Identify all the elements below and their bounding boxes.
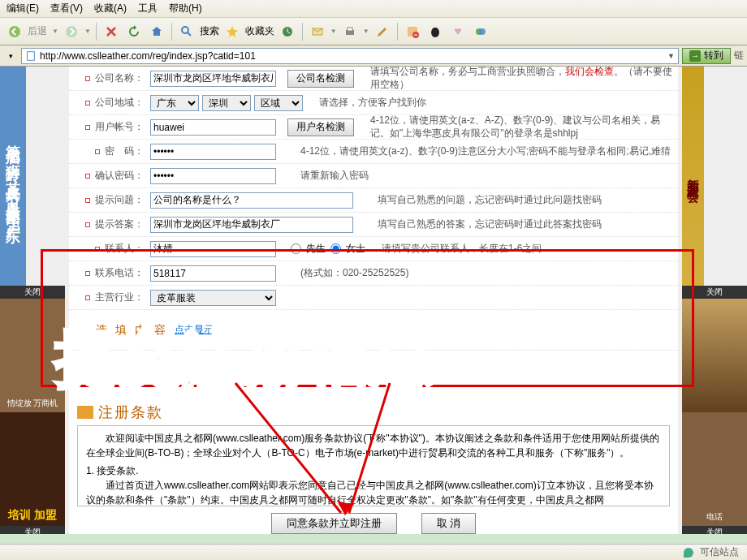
page-content: 第七届 （狮岭） 革皮具节 奥康集团 户广东 关闭 情绽放 万商机 培训 加盟 … — [0, 67, 747, 547]
label-account: 用户帐号： — [95, 121, 144, 132]
agree-register-button[interactable]: 同意条款并立即注册 — [271, 513, 397, 534]
check-company-button[interactable]: 公司名检测 — [287, 70, 354, 88]
label-industry: 主营行业： — [95, 291, 144, 303]
hint-password: 4-12位，请使用英文(a-z)、数字(0-9)注意区分大小写;密码不能与登录名… — [284, 145, 678, 158]
flower-button[interactable] — [448, 22, 468, 41]
edit-button[interactable] — [373, 22, 392, 41]
cancel-button[interactable]: 取 消 — [421, 513, 477, 534]
gender-female-radio[interactable] — [330, 243, 341, 254]
check-user-button[interactable]: 用户名检测 — [287, 118, 354, 136]
qq-button[interactable] — [425, 22, 445, 41]
menu-fav[interactable]: 收藏(A) — [94, 2, 127, 15]
city-select[interactable]: 深圳 — [202, 95, 251, 111]
hint-answer: 填写自己熟悉的答案，忘记密码时通过此答案找密码 — [361, 218, 678, 231]
address-bar: ▾ ▼ → 转到 链 — [0, 45, 747, 67]
search-icon[interactable] — [177, 22, 196, 41]
block-button[interactable] — [403, 22, 422, 41]
ad-left-img-1[interactable]: 情绽放 万商机 — [0, 299, 65, 412]
trusted-label: 可信站点 — [700, 545, 739, 559]
label-confirm: 确认密码： — [95, 170, 144, 181]
history-button[interactable] — [278, 22, 297, 41]
home-button[interactable] — [147, 22, 166, 41]
toolbar: 后退 ▼ ▼ 搜索 收藏夹 ▼ ▼ — [0, 18, 747, 45]
trusted-icon — [684, 548, 693, 558]
search-label[interactable]: 搜索 — [200, 24, 219, 38]
fav-label[interactable]: 收藏夹 — [245, 24, 274, 38]
url-input[interactable] — [40, 50, 664, 62]
msn-button[interactable] — [471, 22, 490, 41]
back-button[interactable] — [5, 22, 24, 41]
ad-right-banner[interactable]: 新闻发布会 — [682, 67, 704, 286]
district-select[interactable]: 区域 — [254, 95, 303, 111]
password-input[interactable] — [150, 144, 276, 160]
svg-point-2 — [182, 27, 188, 33]
svg-rect-16 — [28, 51, 35, 60]
page-icon — [25, 50, 37, 62]
label-answer: 提示答案： — [95, 218, 144, 230]
hint-account: 4-12位，请使用英文(a-z、A-Z)、数字(0-9)、建议与公司名相关，易记… — [354, 114, 678, 140]
menu-bar: 编辑(E) 查看(V) 收藏(A) 工具 帮助(H) — [0, 0, 747, 18]
menu-edit[interactable]: 编辑(E) — [6, 2, 39, 15]
optional-header: 选 填 内 容 — [69, 323, 175, 338]
svg-point-10 — [432, 28, 438, 32]
label-female: 女士 — [346, 242, 365, 256]
industry-select[interactable]: 皮革服装 — [150, 290, 276, 306]
menu-help[interactable]: 帮助(H) — [169, 2, 202, 15]
ad-right-column: 新闻发布会 关闭 电话 关闭 — [682, 67, 747, 537]
menu-view[interactable]: 查看(V) — [50, 2, 83, 15]
contact-input[interactable] — [150, 241, 276, 257]
hint-confirm: 请重新输入密码 — [284, 170, 678, 183]
back-label: 后退 — [28, 24, 47, 38]
terms-icon — [77, 406, 93, 419]
company-name-input[interactable] — [150, 71, 276, 87]
svg-point-15 — [479, 28, 486, 35]
label-company: 公司名称： — [95, 72, 144, 84]
links-label[interactable]: 链 — [734, 49, 744, 62]
fwd-button[interactable] — [62, 22, 81, 41]
menu-tools[interactable]: 工具 — [138, 2, 158, 15]
terms-title: 注册条款 — [98, 403, 163, 422]
fav-icon[interactable] — [222, 22, 242, 41]
label-question: 提示问题： — [95, 194, 144, 205]
registration-form: 公司名称： 公司名检测 请填写公司名称，务必与工商营业执照吻合，我们会检查。（请… — [69, 67, 678, 537]
toggle-optional-link[interactable]: 点击显示 — [175, 323, 214, 337]
label-region: 公司地域： — [95, 97, 144, 108]
hint-contact: 请填写贵公司联系人，长度在1-6之间 — [365, 243, 678, 256]
question-input[interactable] — [150, 192, 353, 209]
confirm-password-input[interactable] — [150, 168, 276, 184]
answer-input[interactable] — [150, 217, 353, 233]
label-password: 密 码： — [105, 145, 144, 157]
ad-close-right-1[interactable]: 关闭 — [682, 286, 747, 299]
print-button[interactable] — [340, 22, 360, 41]
hint-phone: (格式如：020-25252525) — [284, 267, 678, 280]
account-input[interactable] — [150, 119, 276, 136]
hint-question: 填写自己熟悉的问题，忘记密码时通过此问题找密码 — [361, 194, 678, 207]
svg-point-1 — [66, 26, 77, 37]
addr-drop-icon[interactable]: ▼ — [667, 52, 675, 60]
phone-input[interactable] — [150, 265, 276, 282]
go-arrow-icon: → — [689, 50, 701, 62]
ad-right-img-1[interactable] — [682, 299, 747, 412]
address-box[interactable]: ▼ — [21, 48, 679, 64]
terms-textbox[interactable]: 欢迎阅读中国皮具之都网(www.cslleather.com)服务条款协议(下称… — [77, 425, 670, 506]
go-button[interactable]: → 转到 — [682, 48, 731, 64]
terms-section: 注册条款 欢迎阅读中国皮具之都网(www.cslleather.com)服务条款… — [77, 399, 670, 534]
ad-left-img-2[interactable]: 培训 加盟 — [0, 412, 65, 526]
svg-point-13 — [456, 31, 460, 34]
hint-region: 请选择，方便客户找到你 — [303, 97, 678, 110]
province-select[interactable]: 广东 — [150, 95, 199, 111]
mail-button[interactable] — [308, 22, 327, 41]
label-contact: 联系人： — [105, 243, 144, 254]
ad-right-img-2[interactable]: 电话 — [682, 412, 747, 526]
svg-rect-6 — [348, 28, 352, 31]
label-phone: 联系电话： — [95, 267, 144, 278]
addr-dropdown-icon[interactable]: ▾ — [3, 49, 18, 63]
stop-button[interactable] — [101, 22, 121, 41]
ad-close-left-1[interactable]: 关闭 — [0, 286, 65, 299]
label-male: 先生 — [306, 242, 326, 256]
ad-left-banner[interactable]: 第七届 （狮岭） 革皮具节 奥康集团 户广东 — [0, 67, 26, 286]
svg-point-0 — [9, 26, 20, 37]
refresh-button[interactable] — [124, 22, 144, 41]
status-bar: 可信站点 — [0, 544, 747, 560]
gender-male-radio[interactable] — [291, 243, 301, 254]
